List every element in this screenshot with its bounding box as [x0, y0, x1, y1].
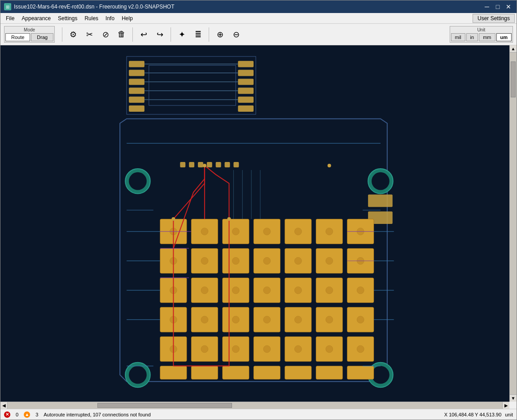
svg-point-93: [232, 346, 239, 353]
menu-rules[interactable]: Rules: [81, 14, 102, 22]
menu-file[interactable]: File: [2, 14, 18, 22]
maximize-button[interactable]: □: [493, 3, 502, 11]
redo-button[interactable]: ↪: [153, 27, 167, 42]
delete-tool-button[interactable]: 🗑: [114, 27, 129, 42]
drag-button[interactable]: Drag: [31, 33, 53, 41]
unit-mil-button[interactable]: mil: [451, 33, 465, 41]
route-button[interactable]: Route: [5, 33, 30, 41]
warning-icon: ▲: [24, 411, 30, 418]
svg-point-128: [227, 217, 231, 221]
status-message: Autoroute interrupted, 107 connections n…: [44, 412, 151, 417]
scroll-down-button[interactable]: ▼: [510, 394, 517, 402]
toolbar: Mode Route Drag ⚙ ✂ ⊘ 🗑 ↩ ↪ ✦ ≣ ⊕ ⊖ Unit…: [0, 24, 517, 45]
svg-point-126: [203, 164, 206, 167]
svg-rect-124: [225, 162, 230, 167]
scroll-thumb[interactable]: [511, 61, 516, 97]
app-icon: ⊞: [4, 3, 11, 10]
warning-count: 3: [35, 412, 38, 417]
close-button[interactable]: ✕: [504, 3, 513, 11]
status-bar: ✕ 0 ▲ 3 Autoroute interrupted, 107 conne…: [0, 409, 517, 420]
svg-point-85: [326, 316, 333, 323]
pcb-canvas[interactable]: [0, 45, 509, 402]
svg-point-55: [294, 257, 302, 264]
separator-4: [209, 27, 209, 42]
menu-appearance[interactable]: Appearance: [18, 14, 54, 22]
svg-rect-121: [198, 162, 203, 167]
svg-rect-13: [238, 105, 254, 112]
horizontal-scrollbar[interactable]: ◀ ▶: [0, 402, 509, 409]
svg-rect-107: [316, 366, 343, 380]
menu-info[interactable]: Info: [102, 14, 118, 22]
svg-point-23: [372, 172, 390, 190]
svg-point-57: [326, 257, 333, 264]
scroll-track[interactable]: [510, 52, 517, 394]
scroll-up-button[interactable]: ▲: [510, 45, 517, 52]
svg-point-97: [294, 346, 302, 353]
svg-point-51: [232, 257, 239, 264]
unit-label: unit: [505, 412, 513, 417]
zoom-out-button[interactable]: ⊖: [229, 27, 243, 42]
cancel-tool-button[interactable]: ⊘: [98, 27, 113, 42]
svg-point-73: [357, 287, 364, 294]
svg-point-87: [357, 316, 364, 323]
svg-point-127: [171, 217, 175, 221]
svg-point-81: [263, 316, 271, 323]
edit-tool-button[interactable]: ✂: [82, 27, 96, 42]
svg-rect-120: [189, 162, 194, 167]
svg-rect-3: [129, 70, 145, 76]
svg-point-71: [326, 287, 333, 294]
svg-point-25: [129, 366, 147, 384]
svg-rect-123: [216, 162, 221, 167]
vertical-scrollbar[interactable]: ▲ ▼: [509, 45, 517, 402]
separator-3: [171, 27, 171, 42]
svg-rect-104: [223, 366, 250, 380]
svg-point-35: [201, 228, 208, 235]
scroll-left-button[interactable]: ◀: [0, 402, 8, 409]
star-button[interactable]: ✦: [175, 27, 189, 42]
svg-rect-125: [233, 162, 239, 167]
zoom-in-button[interactable]: ⊕: [213, 27, 227, 42]
bottom-area: ◀ ▶ ✕ 0 ▲ 3 Autoroute interrupted, 107 c…: [0, 402, 517, 420]
svg-point-63: [201, 287, 208, 294]
svg-rect-102: [160, 366, 187, 380]
svg-rect-7: [129, 105, 145, 112]
svg-rect-122: [207, 162, 212, 167]
svg-rect-2: [129, 61, 145, 67]
unit-in-button[interactable]: in: [466, 33, 478, 41]
svg-point-83: [294, 316, 302, 323]
settings-tool-button[interactable]: ⚙: [66, 27, 80, 42]
mode-label: Mode: [24, 27, 35, 32]
svg-rect-108: [347, 366, 374, 380]
svg-rect-9: [238, 70, 254, 76]
svg-point-27: [372, 366, 390, 384]
h-scroll-thumb[interactable]: [97, 403, 232, 408]
list-button[interactable]: ≣: [191, 27, 205, 42]
svg-point-53: [263, 257, 271, 264]
svg-point-69: [294, 287, 302, 294]
svg-point-43: [326, 228, 333, 235]
undo-button[interactable]: ↩: [136, 27, 151, 42]
user-settings-button[interactable]: User Settings: [473, 14, 515, 23]
unit-um-button[interactable]: um: [496, 33, 512, 41]
unit-mm-button[interactable]: mm: [479, 33, 495, 41]
minimize-button[interactable]: ─: [482, 3, 491, 11]
menu-help[interactable]: Help: [118, 14, 136, 22]
svg-point-99: [326, 346, 333, 353]
svg-point-77: [201, 316, 208, 323]
svg-rect-12: [238, 96, 254, 103]
mode-group: Mode Route Drag: [4, 26, 55, 43]
svg-point-129: [328, 164, 331, 167]
menu-settings[interactable]: Settings: [54, 14, 81, 22]
unit-group: Unit mil in mm um: [450, 26, 513, 43]
svg-point-101: [357, 346, 364, 353]
svg-rect-4: [129, 79, 145, 85]
svg-rect-10: [238, 79, 254, 85]
svg-rect-5: [129, 88, 145, 94]
svg-rect-28: [368, 194, 393, 207]
svg-point-39: [263, 228, 271, 235]
scroll-right-button[interactable]: ▶: [502, 402, 509, 409]
error-icon: ✕: [4, 411, 10, 418]
svg-point-41: [294, 228, 302, 235]
window-controls: ─ □ ✕: [482, 3, 513, 11]
h-scroll-track[interactable]: [8, 402, 502, 409]
